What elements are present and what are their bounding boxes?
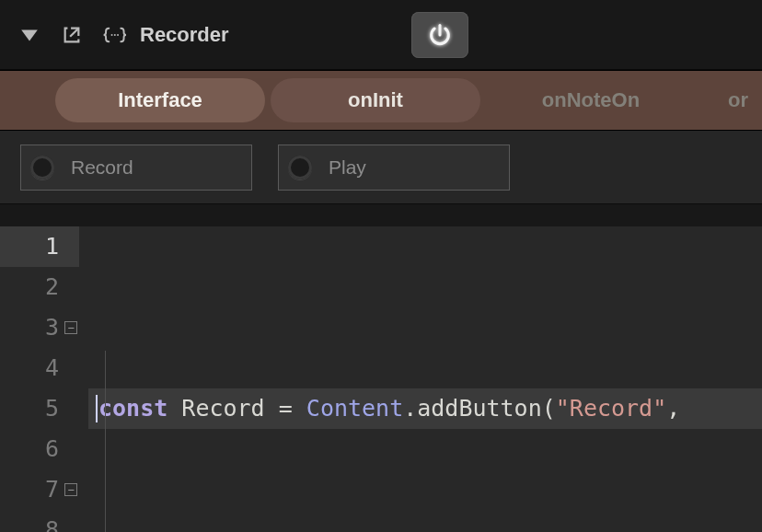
button-label: Record bbox=[71, 156, 133, 179]
svg-point-2 bbox=[117, 34, 119, 36]
line-number: 4 bbox=[0, 348, 79, 388]
braces-icon[interactable] bbox=[101, 22, 127, 48]
play-button-component[interactable]: Play bbox=[278, 145, 510, 191]
line-number: 2 bbox=[0, 267, 79, 307]
record-button-component[interactable]: Record bbox=[20, 145, 252, 191]
caret-icon bbox=[96, 395, 98, 422]
tab-label: onInit bbox=[348, 88, 403, 112]
code-area[interactable]: const Record = Content.addButton("Record… bbox=[88, 226, 762, 532]
tab-onnoteon[interactable]: onNoteOn bbox=[486, 78, 696, 122]
svg-point-0 bbox=[111, 34, 113, 36]
tab-partial[interactable]: or bbox=[701, 78, 762, 122]
power-button[interactable] bbox=[411, 12, 468, 58]
tab-label: or bbox=[728, 88, 748, 112]
open-external-icon[interactable] bbox=[59, 22, 85, 48]
line-number: 1 bbox=[0, 226, 79, 267]
fold-toggle-icon[interactable]: − bbox=[64, 321, 77, 334]
fold-toggle-icon[interactable]: − bbox=[64, 483, 77, 496]
tab-label: Interface bbox=[118, 88, 202, 112]
top-toolbar: Recorder bbox=[0, 0, 762, 70]
ui-components-row: Record Play bbox=[0, 131, 762, 204]
module-title: Recorder bbox=[140, 23, 229, 47]
tab-oninit[interactable]: onInit bbox=[271, 78, 480, 122]
line-number: 7− bbox=[0, 469, 79, 510]
line-number: 6 bbox=[0, 429, 79, 469]
radio-indicator-icon bbox=[288, 156, 312, 179]
line-gutter: 1 2 3− 4 5 6 7− 8 bbox=[0, 226, 88, 532]
tab-interface[interactable]: Interface bbox=[55, 78, 265, 122]
editor-spacer bbox=[0, 204, 762, 226]
dropdown-triangle-icon[interactable] bbox=[17, 22, 42, 48]
line-number: 5 bbox=[0, 388, 79, 429]
line-number: 8 bbox=[0, 510, 79, 532]
tab-strip: Interface onInit onNoteOn or bbox=[0, 70, 762, 131]
radio-indicator-icon bbox=[30, 156, 54, 179]
indent-guide bbox=[105, 351, 106, 532]
line-number: 3− bbox=[0, 307, 79, 348]
code-editor[interactable]: 1 2 3− 4 5 6 7− 8 const Record = Content… bbox=[0, 226, 762, 532]
button-label: Play bbox=[329, 156, 366, 179]
tab-label: onNoteOn bbox=[542, 88, 640, 112]
svg-point-1 bbox=[114, 34, 116, 36]
code-line[interactable]: const Record = Content.addButton("Record… bbox=[88, 388, 762, 429]
